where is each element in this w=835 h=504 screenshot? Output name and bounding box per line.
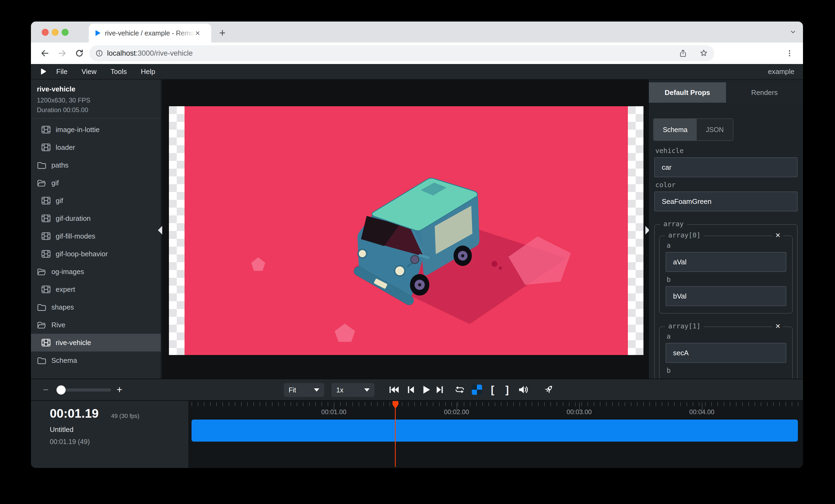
array-1-a-input[interactable]: secA — [666, 343, 786, 363]
sidebar-item-label: expert — [56, 285, 75, 294]
reload-icon[interactable] — [73, 47, 86, 60]
previous-frame-button[interactable] — [404, 379, 417, 400]
minimize-window-button[interactable] — [52, 29, 59, 36]
zoom-in-button[interactable]: + — [113, 379, 126, 400]
sidebar-item-gif-duration[interactable]: gif-duration — [31, 210, 161, 227]
remotion-logo-icon[interactable] — [39, 67, 47, 76]
jump-to-start-button[interactable] — [387, 379, 401, 400]
field-label-b: b — [667, 366, 786, 374]
props-form: vehicle car color SeaFoamGreen array arr… — [649, 143, 803, 379]
sidebar-folder-schema[interactable]: Schema — [31, 352, 161, 369]
sidebar-item-gif-fill-modes[interactable]: gif-fill-modes — [31, 227, 161, 245]
toggle-json[interactable]: JSON — [697, 119, 733, 140]
folder-icon — [36, 161, 47, 169]
sidebar-item-label: paths — [52, 161, 68, 169]
track-name[interactable]: Untitled — [50, 425, 74, 434]
sidebar-folder-paths[interactable]: paths — [31, 156, 161, 174]
sidebar-item-gif[interactable]: gif — [31, 192, 161, 210]
zoom-out-button[interactable]: − — [39, 379, 53, 400]
in-point-button[interactable]: [ — [486, 379, 499, 400]
play-button[interactable] — [419, 379, 433, 400]
sidebar-item-label: gif-fill-modes — [56, 232, 95, 240]
color-input[interactable]: SeaFoamGreen — [654, 191, 798, 211]
array-item-1-fieldset: array[1] × a secA b — [659, 327, 793, 379]
array-0-b-input[interactable]: bVal — [666, 286, 786, 306]
app-menu-bar: File View Tools Help example — [31, 64, 803, 80]
browser-menu-icon[interactable] — [783, 47, 796, 60]
loop-toggle-icon[interactable] — [452, 379, 467, 400]
screenshot-root: rive-vehicle / example - Remoti × + lo — [0, 0, 835, 504]
field-label-vehicle: vehicle — [655, 147, 798, 155]
transparency-checkerboard-toggle[interactable] — [469, 379, 485, 400]
sidebar-item-label: gif-duration — [56, 214, 91, 223]
sidebar-item-label: image-in-lottie — [56, 126, 100, 134]
new-tab-button[interactable]: + — [219, 28, 225, 38]
ruler-label: 00:03.00 — [567, 408, 592, 416]
folder-open-icon — [36, 179, 47, 187]
timeline-panel: 00:01.19 49 (30 fps) Untitled 00:01.19 (… — [31, 401, 803, 468]
remove-array-item-1-button[interactable]: × — [773, 321, 783, 331]
back-icon[interactable] — [39, 47, 52, 60]
sidebar-item-label: og-images — [52, 268, 84, 276]
transparency-checker-right — [628, 106, 644, 355]
remove-array-item-0-button[interactable]: × — [773, 230, 783, 240]
browser-tab[interactable]: rive-vehicle / example - Remoti × — [89, 24, 211, 42]
timeline-track-bar[interactable] — [191, 420, 798, 442]
collapse-left-panel-arrow[interactable] — [158, 226, 162, 234]
menu-tools[interactable]: Tools — [110, 67, 127, 76]
field-label-color: color — [655, 181, 798, 189]
tab-search-chevron-icon[interactable] — [790, 28, 796, 36]
tab-default-props[interactable]: Default Props — [649, 82, 726, 103]
sidebar-folder-gif[interactable]: gif — [31, 174, 161, 192]
zoom-slider-thumb[interactable] — [57, 385, 66, 395]
sidebar-folder-shapes[interactable]: shapes — [31, 298, 161, 316]
out-point-button[interactable]: ] — [501, 379, 513, 400]
share-icon[interactable] — [679, 49, 687, 58]
array-fieldset-legend: array — [660, 220, 687, 228]
playhead-handle[interactable] — [392, 401, 399, 410]
sidebar-item-label: gif — [52, 179, 59, 187]
playback-toolbar: − + Fit 1x — [31, 379, 803, 401]
sidebar-item-expert[interactable]: expert — [31, 280, 161, 298]
menu-help[interactable]: Help — [141, 67, 155, 76]
timeline-ruler[interactable] — [191, 402, 803, 406]
folder-icon — [36, 303, 47, 311]
maximize-window-button[interactable] — [62, 29, 68, 36]
film-icon — [41, 339, 52, 346]
close-window-button[interactable] — [42, 29, 49, 36]
menu-file[interactable]: File — [56, 67, 67, 76]
fit-dropdown[interactable]: Fit — [284, 383, 324, 397]
address-bar[interactable]: localhost:3000/rive-vehicle — [89, 45, 714, 61]
film-icon — [41, 214, 52, 223]
props-panel-tabs: Default Props Renders — [649, 82, 803, 103]
tab-renders[interactable]: Renders — [726, 82, 803, 103]
sidebar-item-loader[interactable]: loader — [31, 139, 161, 156]
render-rocket-button[interactable] — [540, 379, 557, 400]
video-canvas[interactable] — [169, 106, 644, 355]
array-0-a-input[interactable]: aVal — [666, 252, 786, 272]
menu-view[interactable]: View — [82, 67, 97, 76]
volume-button[interactable] — [515, 379, 532, 400]
film-icon — [41, 285, 52, 293]
vehicle-input[interactable]: car — [654, 158, 798, 177]
bookmark-star-icon[interactable] — [699, 49, 708, 58]
checkerboard-icon — [472, 384, 482, 395]
toggle-schema[interactable]: Schema — [654, 119, 697, 140]
film-icon — [41, 250, 52, 258]
sidebar-item-gif-loop-behavior[interactable]: gif-loop-behavior — [31, 245, 161, 263]
playback-speed-dropdown[interactable]: 1x — [331, 383, 374, 397]
preview-pane — [162, 80, 649, 379]
forward-icon[interactable] — [56, 47, 68, 60]
next-frame-button[interactable] — [433, 379, 446, 400]
sidebar-item-rive-vehicle-selected[interactable]: rive-vehicle — [31, 334, 161, 352]
sidebar-item-image-in-lottie[interactable]: image-in-lottie — [31, 121, 161, 139]
browser-toolbar: localhost:3000/rive-vehicle — [31, 42, 803, 64]
current-timecode: 00:01.19 — [50, 406, 99, 421]
sidebar-folder-rive[interactable]: Rive — [31, 316, 161, 334]
sidebar-folder-og-images[interactable]: og-images — [31, 263, 161, 280]
composition-title: rive-vehicle — [37, 85, 155, 93]
array-fieldset: array array[0] × a aVal b bVal array[1] … — [654, 224, 798, 379]
tab-close-icon[interactable]: × — [195, 29, 200, 37]
speed-dropdown-value: 1x — [336, 386, 343, 394]
sidebar-item-label: loader — [56, 143, 75, 152]
